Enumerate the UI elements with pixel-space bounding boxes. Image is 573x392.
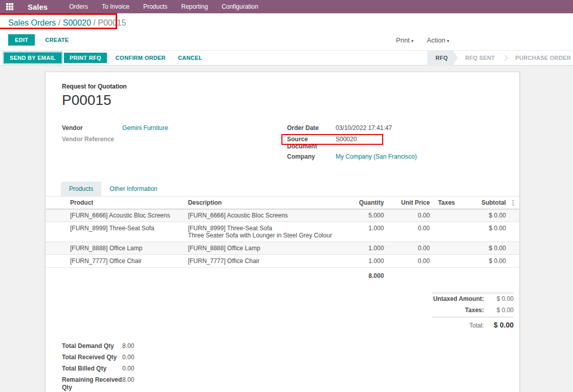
- menu-reporting[interactable]: Reporting: [181, 3, 208, 10]
- content-area: Request for Quotation P00015 Vendor Gemi…: [0, 72, 573, 392]
- total-demand-qty-value: 8.00: [122, 342, 134, 350]
- breadcrumb: Sales Orders / S00020 / P00015: [8, 18, 565, 28]
- remaining-received-qty-value: 8.00: [122, 376, 134, 391]
- total-demand-qty-label: Total Demand Qty: [62, 342, 122, 350]
- status-step-purchase-order[interactable]: PURCHASE ORDER: [508, 51, 573, 66]
- vendor-label: Vendor: [62, 124, 122, 133]
- notebook-tabs: Products Other Information: [46, 182, 519, 197]
- chevron-right-icon: [502, 55, 508, 60]
- status-bar: SEND BY EMAIL PRINT RFQ CONFIRM ORDER CA…: [0, 50, 573, 66]
- menu-configuration[interactable]: Configuration: [222, 3, 258, 10]
- create-button[interactable]: CREATE: [39, 35, 75, 45]
- source-document-value: S00020: [336, 136, 357, 150]
- company-value[interactable]: My Company (San Francisco): [336, 153, 417, 161]
- document-type-label: Request for Quotation: [62, 83, 507, 90]
- table-row[interactable]: [FURN_8999] Three-Seat Sofa [FURN_8999] …: [46, 222, 519, 242]
- col-quantity[interactable]: Quantity: [337, 197, 388, 209]
- source-document-label: Source Document: [287, 136, 336, 150]
- remaining-received-qty-label: Remaining Received Qty: [62, 376, 122, 391]
- total-billed-qty-label: Total Billed Qty: [62, 365, 122, 373]
- edit-button[interactable]: EDIT: [8, 34, 35, 46]
- menu-orders[interactable]: Orders: [69, 3, 88, 10]
- order-date-value: 03/10/2022 17:41:47: [336, 124, 392, 133]
- untaxed-amount-value: $ 0.00: [484, 295, 514, 302]
- breadcrumb-s00020[interactable]: S00020: [63, 18, 91, 27]
- tab-other-information[interactable]: Other Information: [101, 182, 165, 196]
- order-lines-table: Product Description Quantity Unit Price …: [46, 197, 519, 284]
- col-subtotal[interactable]: Subtotal: [464, 197, 510, 209]
- table-row[interactable]: [FURN_6666] Acoustic Bloc Screens [FURN_…: [46, 209, 519, 222]
- totals-block: Untaxed Amount: $ 0.00 Taxes: $ 0.00 Tot…: [432, 293, 514, 331]
- summary-fields: Total Demand Qty 8.00 Total Received Qty…: [46, 342, 519, 392]
- vendor-value[interactable]: Gemini Furniture: [122, 124, 168, 133]
- taxes-value: $ 0.00: [484, 307, 514, 314]
- status-step-rfq[interactable]: RFQ: [427, 51, 458, 66]
- caret-down-icon: ▾: [411, 38, 414, 43]
- cancel-button[interactable]: CANCEL: [172, 53, 209, 62]
- table-row[interactable]: [FURN_7777] Office Chair [FURN_7777] Off…: [46, 255, 519, 268]
- control-panel: Sales Orders / S00020 / P00015 EDIT CREA…: [0, 13, 573, 50]
- col-taxes[interactable]: Taxes: [434, 197, 464, 209]
- nav-menus: Orders To Invoice Products Reporting Con…: [69, 3, 258, 10]
- caret-down-icon: ▾: [447, 38, 449, 43]
- table-row[interactable]: [FURN_8888] Office Lamp [FURN_8888] Offi…: [46, 242, 519, 255]
- total-received-qty-value: 0.00: [122, 354, 134, 361]
- menu-products[interactable]: Products: [143, 3, 167, 10]
- untaxed-amount-label: Untaxed Amount:: [433, 295, 484, 302]
- total-received-qty-label: Total Received Qty: [62, 354, 122, 361]
- taxes-label: Taxes:: [465, 307, 484, 314]
- total-billed-qty-value: 0.00: [122, 365, 134, 373]
- table-header-row: Product Description Quantity Unit Price …: [46, 197, 519, 209]
- col-product[interactable]: Product: [46, 197, 184, 209]
- breadcrumb-current: P00015: [98, 18, 126, 27]
- company-label: Company: [287, 153, 336, 161]
- print-dropdown[interactable]: Print▾: [396, 36, 413, 44]
- optional-columns-icon[interactable]: ⋮: [510, 197, 519, 209]
- breadcrumb-separator: /: [93, 18, 98, 27]
- col-unit-price[interactable]: Unit Price: [388, 197, 434, 209]
- print-rfq-button[interactable]: PRINT RFQ: [64, 53, 107, 63]
- total-value: $ 0.00: [484, 321, 514, 329]
- action-dropdown[interactable]: Action▾: [427, 36, 449, 44]
- send-by-email-button[interactable]: SEND BY EMAIL: [4, 53, 61, 63]
- apps-grid-icon[interactable]: [6, 3, 13, 10]
- total-label: Total:: [469, 322, 484, 329]
- app-title[interactable]: Sales: [28, 3, 48, 11]
- total-quantity: 8.000: [337, 268, 388, 285]
- form-sheet: Request for Quotation P00015 Vendor Gemi…: [45, 72, 520, 392]
- vendor-reference-label: Vendor Reference: [62, 136, 122, 144]
- top-navbar: Sales Orders To Invoice Products Reporti…: [0, 0, 573, 13]
- col-description[interactable]: Description: [184, 197, 337, 209]
- order-date-label: Order Date: [287, 124, 336, 133]
- status-step-rfq-sent[interactable]: RFQ SENT: [458, 51, 502, 66]
- field-groups: Vendor Gemini Furniture Vendor Reference…: [62, 124, 507, 164]
- tab-products[interactable]: Products: [61, 182, 101, 196]
- document-name: P00015: [62, 92, 507, 108]
- menu-to-invoice[interactable]: To Invoice: [102, 3, 129, 10]
- confirm-order-button[interactable]: CONFIRM ORDER: [109, 53, 172, 62]
- status-pipeline: RFQ RFQ SENT PURCHASE ORDER: [427, 51, 573, 66]
- breadcrumb-separator: /: [58, 18, 63, 27]
- table-total-row: 8.000: [46, 268, 519, 285]
- breadcrumb-sales-orders[interactable]: Sales Orders: [8, 18, 56, 27]
